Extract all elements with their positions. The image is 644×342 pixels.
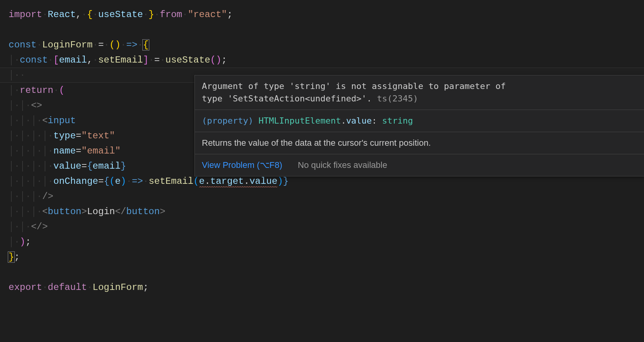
hover-actions-section: View Problem (⌥F8) No quick fixes availa… [195, 154, 644, 176]
code-line[interactable]: │·const·[email,·setEmail]·=·useState(); [9, 52, 644, 68]
code-line-blank[interactable] [9, 22, 644, 37]
jsx-fragment-open: <> [31, 100, 42, 111]
jsx-attr-name: name [53, 146, 76, 156]
jsx-attr-type: type [53, 131, 76, 141]
hover-tooltip: Argument of type 'string' is not assigna… [194, 75, 644, 176]
jsx-tag-input: input [48, 115, 76, 126]
error-message-line1: Argument of type 'string' is not assigna… [202, 80, 637, 92]
identifier: useState [98, 9, 143, 20]
var-setemail: setEmail [98, 55, 143, 65]
code-line[interactable]: export·default·LoginForm; [9, 280, 644, 295]
error-code: ts(2345) [377, 94, 418, 103]
error-message-line2: type 'SetStateAction<undefined>'. [202, 94, 372, 103]
keyword-import: import [9, 9, 42, 20]
code-line-blank[interactable] [9, 265, 644, 280]
keyword-const: const [9, 40, 37, 50]
view-problem-link[interactable]: View Problem (⌥F8) [202, 159, 282, 171]
keyword-return: return [20, 85, 53, 96]
hover-error-section: Argument of type 'string' is not assigna… [195, 75, 644, 110]
code-line[interactable]: │·│·│·/> [9, 189, 644, 204]
var-email: email [59, 55, 87, 65]
hover-signature-section: (property) HTMLInputElement.value: strin… [195, 110, 644, 132]
code-line[interactable]: import·React,·{·useState·}·from·"react"; [9, 7, 644, 22]
no-quick-fix-label: No quick fixes available [298, 159, 387, 171]
keyword-default: default [48, 282, 87, 293]
error-squiggle[interactable]: e.target.value [199, 176, 278, 187]
code-line[interactable]: const·LoginForm·=·()·=>·{ [9, 37, 644, 52]
jsx-tag-button: button [48, 206, 81, 217]
jsx-fragment-close: </> [31, 222, 48, 232]
keyword-export: export [9, 282, 42, 293]
code-editor[interactable]: import·React,·{·useState·}·from·"react";… [0, 0, 644, 342]
code-line[interactable]: │·); [9, 234, 644, 250]
component-name: LoginForm [42, 40, 93, 50]
code-line[interactable]: │·│·│·<button>Login</button> [9, 204, 644, 219]
jsx-attr-value: value [53, 161, 81, 171]
keyword-from: from [160, 9, 182, 20]
signature-return-type: string [382, 116, 413, 126]
code-line[interactable]: │·│·</> [9, 219, 644, 234]
signature-type: HTMLInputElement [259, 116, 341, 126]
code-line[interactable]: }; [9, 250, 644, 265]
signature-prop: value [346, 116, 372, 126]
jsx-self-close: /> [42, 191, 53, 202]
jsx-attr-onchange: onChange [53, 176, 98, 187]
hover-doc-section: Returns the value of the data at the cur… [195, 132, 644, 154]
jsx-text: Login [87, 206, 115, 217]
bracket-match: { [142, 39, 149, 51]
identifier: React [48, 9, 76, 20]
string: "react" [188, 9, 227, 20]
